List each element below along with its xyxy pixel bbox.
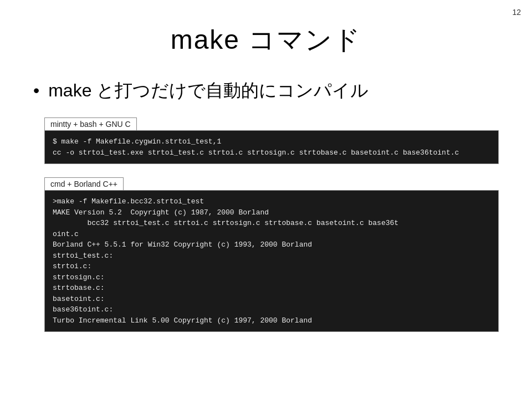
terminal-mintty-label: mintty + bash + GNU C <box>44 117 137 131</box>
bullet-item: • make と打つだけで自動的にコンパイル <box>33 80 499 101</box>
bullet-section: • make と打つだけで自動的にコンパイル <box>33 80 499 101</box>
slide-title: make コマンド <box>33 22 499 58</box>
page-number: 12 <box>512 8 521 17</box>
slide-container: make コマンド • make と打つだけで自動的にコンパイル mintty … <box>0 0 532 367</box>
terminal-cmd-block: cmd + Borland C++ >make -f Makefile.bcc3… <box>44 177 499 332</box>
terminal-cmd-content: >make -f Makefile.bcc32.strtoi_test MAKE… <box>44 190 499 332</box>
terminal-mintty-content: $ make -f Makefile.cygwin.strtoi_test,1 … <box>44 130 499 164</box>
terminal-cmd-label: cmd + Borland C++ <box>44 177 124 191</box>
bullet-text: make と打つだけで自動的にコンパイル <box>48 80 369 101</box>
bullet-dot: • <box>33 80 39 101</box>
terminal-mintty-block: mintty + bash + GNU C $ make -f Makefile… <box>44 117 499 164</box>
